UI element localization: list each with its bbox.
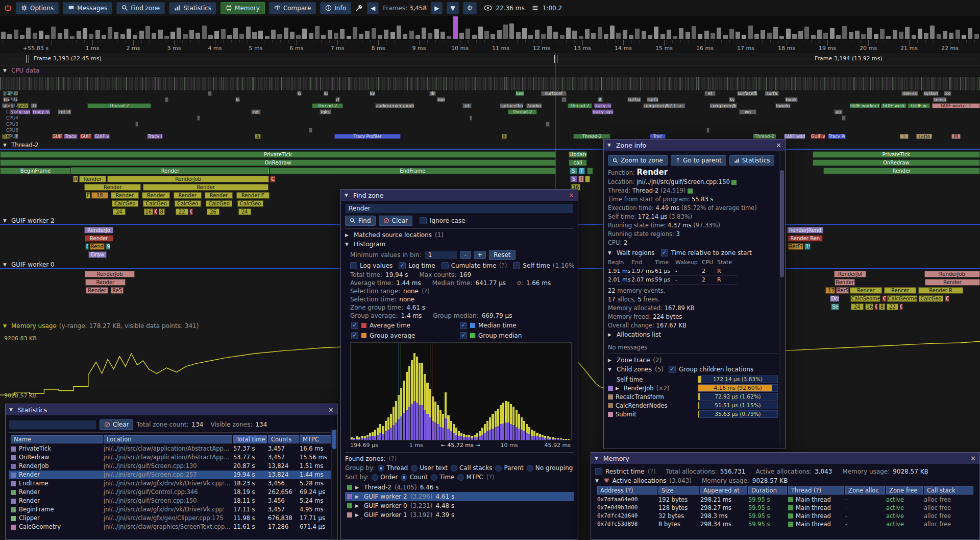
timeline-zone[interactable]: OnRedraw bbox=[813, 159, 980, 166]
timeline-zone[interactable]: CalcGeo bbox=[919, 295, 943, 302]
timeline-zone[interactable]: F bbox=[86, 192, 90, 199]
timeline-zone[interactable]: Render F bbox=[236, 192, 270, 199]
clear-filter-button[interactable]: Clear bbox=[100, 419, 133, 430]
find-zone-titlebar[interactable]: ▼ Find zone ✕ bbox=[341, 190, 578, 201]
tree-arrow-icon[interactable]: ▼ bbox=[3, 143, 9, 148]
zone-group-row[interactable]: ▶GUIF worker 2(3,296)4.61 s bbox=[345, 492, 574, 501]
timeline-zone[interactable]: CalcGeo bbox=[206, 200, 232, 207]
timeline-zone[interactable]: Rencer bbox=[850, 287, 882, 294]
timeline-zone[interactable]: Render bbox=[86, 287, 108, 294]
timeline-zone[interactable]: CalcGeo bbox=[175, 200, 201, 207]
timeline-zone[interactable]: CalcGeo bbox=[237, 200, 264, 207]
timeline-zone[interactable]: 22 bbox=[887, 303, 898, 310]
table-row[interactable]: OnRedrawjni/../jni/src/claw/application/… bbox=[9, 453, 334, 462]
tree-arrow-icon[interactable]: ▶ bbox=[355, 485, 361, 490]
tree-arrow-icon[interactable]: ▶ bbox=[355, 512, 361, 518]
timeline-zone[interactable]: RerS bbox=[836, 287, 849, 294]
timeline-zone[interactable]: 24 bbox=[851, 303, 864, 310]
matched-source-locations[interactable]: ▶ Matched source locations(1) bbox=[345, 231, 574, 239]
timeline-zone[interactable]: Draw bbox=[88, 251, 107, 258]
timeline-zone[interactable]: OnRedraw bbox=[0, 159, 556, 166]
column-header[interactable]: Zone free bbox=[886, 486, 923, 495]
option-checkbox[interactable] bbox=[350, 262, 357, 269]
timeline-zone[interactable]: S bbox=[570, 168, 577, 174]
prev-frame-button[interactable]: ◀ bbox=[367, 2, 379, 14]
timeline-zone[interactable]: Render bbox=[111, 192, 139, 199]
tree-arrow-icon[interactable]: ▶ bbox=[608, 332, 614, 337]
column-header[interactable]: Total time bbox=[233, 435, 267, 443]
timeline-zone[interactable]: T bbox=[578, 176, 584, 182]
clear-button[interactable]: Clear bbox=[379, 216, 412, 226]
tree-arrow-icon[interactable]: ▶ bbox=[616, 386, 621, 391]
statistics-titlebar[interactable]: ▼ Statistics ✕ bbox=[6, 404, 337, 415]
thread-header[interactable]: ▼Thread-2 bbox=[3, 141, 39, 149]
timeline-zone[interactable]: Render bbox=[835, 279, 855, 286]
timeline-zone[interactable]: RerFt bbox=[788, 243, 804, 250]
zone-histogram[interactable] bbox=[350, 342, 572, 440]
timeline-zone[interactable]: Render Ren bbox=[788, 235, 823, 242]
tree-arrow-icon[interactable]: ▶ bbox=[608, 358, 614, 363]
table-row[interactable]: PrivateTickjni/../jni/src/claw/applicati… bbox=[9, 444, 334, 453]
option-checkbox[interactable] bbox=[399, 262, 406, 269]
compare-button[interactable]: Compare bbox=[269, 2, 316, 14]
tools-icon[interactable] bbox=[355, 4, 363, 12]
scrollbar[interactable] bbox=[779, 151, 785, 448]
zone-location[interactable]: jni/../jni/src/guif/Screen.cpp:150 bbox=[636, 178, 730, 185]
column-header[interactable]: Zone alloc bbox=[845, 486, 885, 495]
scrollbar-thumb[interactable] bbox=[332, 430, 336, 449]
increase-bin-button[interactable]: + bbox=[474, 251, 486, 259]
timeline-zone[interactable]: EndFrame bbox=[270, 168, 556, 174]
close-icon[interactable]: ✕ bbox=[970, 455, 976, 462]
timeline-zone[interactable]: C bbox=[189, 208, 193, 215]
memory-titlebar[interactable]: ▼ Memory ✕ bbox=[591, 453, 979, 464]
timeline-zone[interactable]: CalcGeomet bbox=[887, 295, 918, 302]
table-row[interactable]: 0x7e049b3d00128 bytes298.27 ms59.95 sMai… bbox=[595, 504, 975, 512]
timeline-zone[interactable]: CalcGeome bbox=[850, 295, 881, 302]
table-row[interactable]: BeginFramejni/../jni/src/claw/gfx/drv/vk… bbox=[9, 505, 334, 514]
timeline-zone[interactable]: RenderJol bbox=[834, 271, 866, 277]
zone-info-titlebar[interactable]: ▼ Zone info ✕ bbox=[604, 139, 785, 151]
child-zone-row[interactable]: CalcRenderNodes51.51 μs (1.15%) bbox=[608, 401, 778, 410]
tree-arrow-icon[interactable]: ▼ bbox=[3, 323, 9, 328]
tree-arrow-icon[interactable]: ▶ bbox=[345, 232, 351, 238]
find-zone-button[interactable]: Find zone bbox=[116, 2, 165, 14]
child-zone-row[interactable]: ▶RenderJob(×2)4.16 ms (92.60%) bbox=[608, 384, 778, 392]
column-header[interactable]: Call stack bbox=[924, 486, 973, 495]
power-icon[interactable] bbox=[4, 4, 12, 12]
time-relative-checkbox[interactable] bbox=[661, 249, 668, 256]
cpu-data-header[interactable]: ▼CPU data bbox=[3, 66, 39, 74]
collapse-arrow-icon[interactable]: ▼ bbox=[607, 143, 613, 148]
zone-group-row[interactable]: ▶GUIF worker 0(3,231)4.48 s bbox=[345, 501, 574, 510]
memory-usage-header[interactable]: ▼ Memory usage (y-range: 178.27 KB, visi… bbox=[3, 322, 199, 330]
thread-header[interactable]: ▼GUIF worker 0 bbox=[3, 261, 55, 268]
timeline-zone[interactable]: Render bbox=[143, 184, 268, 191]
column-header[interactable]: Address (?) bbox=[597, 486, 657, 495]
thread-header[interactable]: ▼GUIF worker 2 bbox=[3, 217, 55, 224]
timeline-zone[interactable]: 19 bbox=[804, 243, 811, 250]
timeline-zone[interactable]: Rend bbox=[90, 243, 105, 250]
next-frame-button[interactable]: ▶ bbox=[431, 2, 443, 14]
column-header[interactable]: Duration bbox=[748, 486, 787, 495]
table-row[interactable]: Clipperjni/../jni/src/claw/gfx/geo/Clipp… bbox=[9, 514, 334, 523]
child-zones-header[interactable]: ▼ Child zones(5) Group children location… bbox=[608, 366, 778, 373]
options-button[interactable]: Options bbox=[16, 2, 59, 14]
zone-trace-header[interactable]: ▶Zone trace(2) bbox=[608, 357, 778, 364]
timeline-zone[interactable]: 22 bbox=[176, 208, 188, 215]
zone-group-row[interactable]: ▶Thread-2(4,105)6.46 s bbox=[345, 483, 574, 492]
timeline-zone[interactable]: -17 bbox=[825, 287, 835, 294]
series-checkbox[interactable] bbox=[351, 322, 358, 329]
timeline-zone[interactable]: R bbox=[73, 176, 78, 182]
timeline-zone[interactable]: 16 bbox=[144, 208, 153, 215]
timeline-zone[interactable]: Render bbox=[174, 192, 202, 199]
filter-zones-input[interactable] bbox=[9, 420, 96, 430]
timeline-zone[interactable]: call bbox=[569, 159, 587, 166]
column-header[interactable]: Size bbox=[658, 486, 699, 495]
timeline-zone[interactable]: 18 bbox=[91, 192, 109, 199]
radio-button[interactable] bbox=[378, 465, 384, 472]
timeline-zone[interactable]: RenderJRend bbox=[787, 227, 823, 233]
zoom-to-zone-button[interactable]: Zoom to zone bbox=[608, 155, 668, 166]
table-row[interactable]: CalcGeometryjni/../jni/src/claw/graphics… bbox=[9, 523, 334, 531]
timeline-zone[interactable]: Render bbox=[85, 279, 126, 286]
group-children-checkbox[interactable] bbox=[669, 366, 676, 373]
go-to-parent-button[interactable]: ↑Go to parent bbox=[671, 155, 726, 166]
